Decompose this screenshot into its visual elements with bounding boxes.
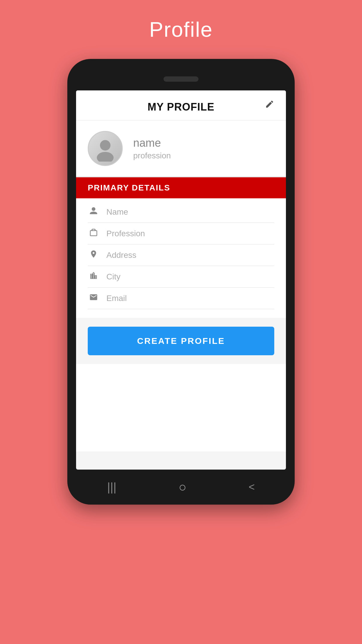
city-input[interactable] xyxy=(106,272,274,281)
city-icon xyxy=(88,271,99,282)
form-container xyxy=(76,198,286,318)
avatar[interactable] xyxy=(88,131,123,166)
menu-nav-button[interactable]: ||| xyxy=(107,481,116,494)
profile-profession-label: profession xyxy=(133,151,171,160)
email-field-row xyxy=(88,288,274,309)
address-field-row xyxy=(88,244,274,266)
back-nav-button[interactable]: < xyxy=(249,481,255,493)
section-banner: PRIMARY DETAILS xyxy=(76,177,286,198)
bottom-nav: ||| ○ < xyxy=(76,470,286,505)
svg-point-1 xyxy=(97,152,114,162)
content-spacer xyxy=(76,364,286,452)
profile-name-label: name xyxy=(133,137,171,149)
phone-frame: MY PROFILE name profession PRIMARY xyxy=(67,59,295,505)
section-banner-text: PRIMARY DETAILS xyxy=(88,183,170,192)
svg-point-0 xyxy=(100,140,110,150)
page-title: Profile xyxy=(149,18,213,41)
location-icon xyxy=(88,250,99,260)
city-field-row xyxy=(88,266,274,288)
profile-info: name profession xyxy=(133,137,171,160)
name-input[interactable] xyxy=(106,207,274,217)
phone-screen: MY PROFILE name profession PRIMARY xyxy=(76,90,286,470)
app-header-title: MY PROFILE xyxy=(147,101,214,113)
briefcase-icon xyxy=(88,228,99,239)
edit-icon[interactable] xyxy=(265,99,274,111)
app-header: MY PROFILE xyxy=(76,90,286,120)
profile-section: name profession xyxy=(76,120,286,177)
profession-input[interactable] xyxy=(106,229,274,238)
phone-speaker xyxy=(164,76,198,82)
address-input[interactable] xyxy=(106,251,274,260)
home-nav-button[interactable]: ○ xyxy=(179,480,187,494)
email-icon xyxy=(88,293,99,304)
create-profile-button[interactable]: CREATE PROFILE xyxy=(88,327,274,355)
name-field-row xyxy=(88,201,274,223)
profession-field-row xyxy=(88,223,274,244)
email-input[interactable] xyxy=(106,294,274,303)
person-icon xyxy=(88,206,99,217)
